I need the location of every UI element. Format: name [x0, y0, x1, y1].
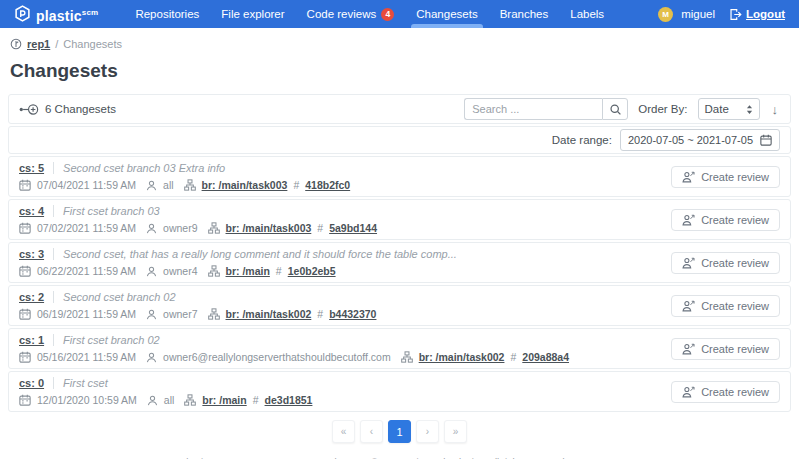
pagination-first-button[interactable]: «	[332, 420, 355, 443]
search-input[interactable]	[464, 98, 602, 120]
date-range-input[interactable]: 2020-07-05 ~ 2021-07-05	[620, 129, 780, 151]
nav-item-branches[interactable]: Branches	[489, 0, 560, 28]
date-range-label: Date range:	[552, 134, 612, 146]
changeset-branch-link[interactable]: br: /main/task002	[226, 308, 312, 320]
changeset-branch-link[interactable]: br: /main/task003	[226, 222, 312, 234]
changeset-list: cs: 5 Second cset branch 03 Extra info 0…	[8, 156, 791, 412]
user-icon	[146, 180, 157, 191]
search-icon	[609, 103, 622, 116]
changeset-row: cs: 2 Second cset branch 02 06/19/2021 1…	[8, 285, 791, 326]
user-icon	[146, 352, 157, 363]
changeset-id-link[interactable]: cs: 1	[19, 334, 44, 346]
divider	[53, 162, 54, 174]
calendar-icon	[19, 308, 31, 320]
changeset-owner: owner7	[163, 308, 197, 320]
divider	[53, 248, 54, 260]
pagination-next-button[interactable]: ›	[416, 420, 439, 443]
pagination-page-1-button[interactable]: 1	[388, 420, 411, 443]
order-by-select[interactable]: Date	[698, 98, 760, 120]
pagination: « ‹ 1 › »	[8, 420, 791, 443]
search-button[interactable]	[602, 98, 628, 120]
sort-direction-button[interactable]: ↓	[770, 102, 781, 117]
changeset-branch-link[interactable]: br: /main/task002	[419, 351, 505, 363]
nav-item-repositories[interactable]: Repositories	[124, 0, 210, 28]
changeset-hash-link[interactable]: b4432370	[329, 308, 376, 320]
create-review-button[interactable]: Create review	[671, 166, 780, 188]
brand-suffix: scm	[82, 8, 99, 17]
nav-menu: Repositories File explorer Code reviews4…	[124, 0, 615, 28]
changeset-hash-link[interactable]: 209a88a4	[522, 351, 569, 363]
create-review-button[interactable]: Create review	[671, 252, 780, 274]
pagination-prev-button[interactable]: ‹	[360, 420, 383, 443]
hash-symbol: #	[253, 394, 259, 406]
create-review-button[interactable]: Create review	[671, 381, 780, 403]
nav-user-area: M miguel Logout	[658, 7, 785, 22]
changeset-comment: Second cset branch 03 Extra info	[63, 162, 225, 174]
changeset-id-link[interactable]: cs: 3	[19, 248, 44, 260]
divider	[53, 334, 54, 346]
logout-button[interactable]: Logout	[729, 8, 785, 21]
calendar-icon	[19, 394, 31, 406]
changeset-comment: First cset branch 02	[63, 334, 160, 346]
user-icon	[146, 309, 157, 320]
create-review-label: Create review	[701, 171, 769, 183]
create-review-label: Create review	[701, 257, 769, 269]
breadcrumb-separator: /	[55, 38, 58, 50]
changeset-hash-link[interactable]: 1e0b2eb5	[288, 265, 336, 277]
changeset-comment: Second cset branch 02	[63, 291, 176, 303]
nav-item-code-reviews[interactable]: Code reviews4	[296, 0, 406, 28]
plastic-hexagon-icon	[14, 5, 31, 22]
repository-icon	[10, 38, 22, 50]
changeset-id-link[interactable]: cs: 0	[19, 377, 44, 389]
breadcrumb-repo-link[interactable]: rep1	[27, 38, 50, 50]
date-range-row: Date range: 2020-07-05 ~ 2021-07-05	[8, 126, 791, 154]
changeset-id-link[interactable]: cs: 5	[19, 162, 44, 174]
breadcrumb: rep1 / Changesets	[8, 36, 791, 50]
pagination-last-button[interactable]: »	[444, 420, 467, 443]
changeset-icon	[19, 103, 39, 116]
changeset-branch-link[interactable]: br: /main	[202, 394, 246, 406]
user-avatar[interactable]: M	[658, 7, 673, 22]
changeset-date: 12/01/2020 10:59 AM	[37, 394, 137, 406]
user-edit-icon	[682, 257, 695, 269]
create-review-button[interactable]: Create review	[671, 295, 780, 317]
calendar-icon	[19, 222, 31, 234]
changeset-hash-link[interactable]: de3d1851	[265, 394, 313, 406]
nav-item-file-explorer[interactable]: File explorer	[210, 0, 295, 28]
changeset-id-link[interactable]: cs: 4	[19, 205, 44, 217]
changeset-owner: all	[163, 179, 174, 191]
create-review-button[interactable]: Create review	[671, 209, 780, 231]
search-group	[464, 98, 628, 120]
create-review-label: Create review	[701, 214, 769, 226]
user-edit-icon	[682, 386, 695, 398]
user-edit-icon	[682, 343, 695, 355]
order-by-label: Order By:	[638, 103, 687, 115]
branch-icon	[208, 222, 220, 234]
changeset-branch-link[interactable]: br: /main	[226, 265, 270, 277]
changeset-date: 05/16/2021 11:59 AM	[37, 351, 136, 363]
changeset-date: 06/22/2021 11:59 AM	[37, 265, 136, 277]
calendar-icon	[19, 179, 31, 191]
changeset-date: 07/04/2021 11:59 AM	[37, 179, 136, 191]
changeset-owner: owner4	[163, 265, 197, 277]
branch-icon	[208, 265, 220, 277]
nav-item-labels[interactable]: Labels	[559, 0, 615, 28]
plastic-scm-logo[interactable]: plasticscm	[14, 5, 98, 24]
changesets-count: 6 Changesets	[19, 103, 116, 116]
changeset-owner: all	[164, 394, 175, 406]
hash-symbol: #	[510, 351, 516, 363]
changeset-hash-link[interactable]: 5a9bd144	[329, 222, 377, 234]
changeset-id-link[interactable]: cs: 2	[19, 291, 44, 303]
branch-icon	[401, 351, 413, 363]
branch-icon	[184, 394, 196, 406]
nav-item-changesets[interactable]: Changesets	[405, 0, 488, 28]
create-review-button[interactable]: Create review	[671, 338, 780, 360]
changeset-date: 07/02/2021 11:59 AM	[37, 222, 136, 234]
page-title: Changesets	[10, 60, 789, 82]
changeset-hash-link[interactable]: 418b2fc0	[305, 179, 350, 191]
user-icon	[147, 395, 158, 406]
changeset-branch-link[interactable]: br: /main/task003	[202, 179, 288, 191]
create-review-label: Create review	[701, 386, 769, 398]
user-edit-icon	[682, 300, 695, 312]
changeset-owner: owner6@reallylongserverthatshouldbecutof…	[163, 351, 391, 363]
